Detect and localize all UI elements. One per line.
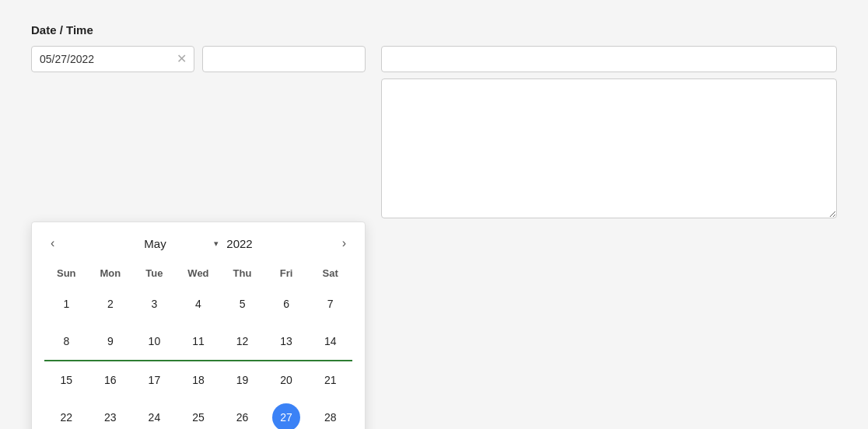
weekdays-row: SunMonTueWedThuFriSat bbox=[44, 264, 352, 285]
calendar-day-cell: 22 bbox=[44, 399, 89, 429]
calendar-day-cell: 12 bbox=[220, 323, 264, 361]
day-number[interactable]: 5 bbox=[229, 290, 257, 318]
day-number[interactable]: 8 bbox=[52, 327, 80, 355]
weekday-header-thu: Thu bbox=[220, 264, 264, 285]
day-number[interactable]: 26 bbox=[229, 403, 257, 429]
calendar-day-cell: 9 bbox=[89, 323, 133, 361]
calendar-day-cell: 28 bbox=[308, 399, 352, 429]
month-chevron-icon: ▾ bbox=[214, 239, 219, 249]
calendar-day-cell: 25 bbox=[177, 399, 221, 429]
clear-icon[interactable]: ✕ bbox=[177, 53, 187, 65]
calendar-day-cell: 6 bbox=[264, 285, 309, 323]
calendar-day-cell: 20 bbox=[264, 361, 309, 399]
right-column bbox=[381, 46, 837, 218]
month-select[interactable]: January February March April May June Ju… bbox=[144, 237, 212, 250]
weekday-header-mon: Mon bbox=[89, 264, 133, 285]
cal-header-center: January February March April May June Ju… bbox=[144, 237, 252, 250]
calendar-day-cell: 11 bbox=[177, 323, 221, 361]
calendar-day-cell: 13 bbox=[264, 323, 309, 361]
day-number[interactable]: 23 bbox=[96, 403, 124, 429]
cal-month-wrapper: January February March April May June Ju… bbox=[144, 237, 219, 250]
day-number[interactable]: 25 bbox=[184, 403, 212, 429]
day-number[interactable]: 13 bbox=[272, 327, 300, 355]
calendar-day-cell: 24 bbox=[132, 399, 177, 429]
year-label: 2022 bbox=[226, 237, 252, 250]
calendar-day-cell: 27 bbox=[264, 399, 309, 429]
prev-month-button[interactable]: ‹ bbox=[44, 233, 61, 253]
next-month-button[interactable]: › bbox=[336, 233, 352, 253]
calendar-header: ‹ January February March April May June … bbox=[44, 233, 352, 253]
weekday-header-tue: Tue bbox=[132, 264, 177, 285]
calendar-grid: SunMonTueWedThuFriSat 123456789101112131… bbox=[44, 264, 352, 429]
weekday-header-sun: Sun bbox=[44, 264, 89, 285]
day-number[interactable]: 24 bbox=[140, 403, 168, 429]
time-input[interactable] bbox=[202, 46, 366, 72]
day-number[interactable]: 21 bbox=[317, 366, 345, 394]
calendar-dropdown: ‹ January February March April May June … bbox=[31, 221, 366, 429]
day-number[interactable]: 1 bbox=[52, 290, 80, 318]
day-number[interactable]: 22 bbox=[52, 403, 80, 429]
calendar-day-cell: 3 bbox=[132, 285, 177, 323]
calendar-day-cell: 17 bbox=[132, 361, 177, 399]
left-column: ✕ ‹ January February Marc bbox=[31, 46, 366, 218]
calendar-day-cell: 7 bbox=[308, 285, 352, 323]
right-input-1[interactable] bbox=[381, 46, 837, 72]
weekday-header-wed: Wed bbox=[177, 264, 221, 285]
calendar-day-cell: 23 bbox=[89, 399, 133, 429]
calendar-day-cell: 1 bbox=[44, 285, 89, 323]
day-number[interactable]: 15 bbox=[52, 366, 80, 394]
calendar-day-cell: 16 bbox=[89, 361, 133, 399]
day-number[interactable]: 20 bbox=[272, 366, 300, 394]
calendar-week-row: 22232425262728 bbox=[44, 399, 352, 429]
content-area: ✕ ‹ January February Marc bbox=[31, 46, 837, 218]
day-number[interactable]: 11 bbox=[184, 327, 212, 355]
day-number[interactable]: 7 bbox=[317, 290, 345, 318]
day-number[interactable]: 6 bbox=[272, 290, 300, 318]
day-number[interactable]: 3 bbox=[140, 290, 168, 318]
day-number[interactable]: 14 bbox=[317, 327, 345, 355]
day-number[interactable]: 27 bbox=[272, 403, 300, 429]
date-input[interactable] bbox=[31, 46, 194, 72]
calendar-day-cell: 18 bbox=[177, 361, 221, 399]
day-number[interactable]: 12 bbox=[229, 327, 257, 355]
calendar-day-cell: 8 bbox=[44, 323, 89, 361]
day-number[interactable]: 4 bbox=[184, 290, 212, 318]
calendar-week-row: 15161718192021 bbox=[44, 361, 352, 399]
day-number[interactable]: 2 bbox=[96, 290, 124, 318]
day-number[interactable]: 9 bbox=[96, 327, 124, 355]
right-textarea[interactable] bbox=[381, 78, 837, 218]
calendar-week-row: 1234567 bbox=[44, 285, 352, 323]
weekday-header-sat: Sat bbox=[308, 264, 352, 285]
calendar-day-cell: 5 bbox=[220, 285, 264, 323]
weekday-header-fri: Fri bbox=[264, 264, 309, 285]
inputs-row: ✕ bbox=[31, 46, 366, 72]
section-label: Date / Time bbox=[31, 23, 837, 37]
calendar-day-cell: 19 bbox=[220, 361, 264, 399]
day-number[interactable]: 19 bbox=[229, 366, 257, 394]
time-input-wrapper bbox=[202, 46, 366, 72]
day-number[interactable]: 10 bbox=[140, 327, 168, 355]
calendar-day-cell: 14 bbox=[308, 323, 352, 361]
date-input-wrapper: ✕ bbox=[31, 46, 194, 72]
calendar-day-cell: 26 bbox=[220, 399, 264, 429]
day-number[interactable]: 28 bbox=[317, 403, 345, 429]
calendar-day-cell: 4 bbox=[177, 285, 221, 323]
calendar-day-cell: 2 bbox=[89, 285, 133, 323]
calendar-day-cell: 21 bbox=[308, 361, 352, 399]
calendar-day-cell: 15 bbox=[44, 361, 89, 399]
page-container: Date / Time ✕ ‹ bbox=[31, 23, 837, 218]
day-number[interactable]: 16 bbox=[96, 366, 124, 394]
calendar-day-cell: 10 bbox=[132, 323, 177, 361]
calendar-week-row: 891011121314 bbox=[44, 323, 352, 361]
day-number[interactable]: 17 bbox=[140, 366, 168, 394]
day-number[interactable]: 18 bbox=[184, 366, 212, 394]
